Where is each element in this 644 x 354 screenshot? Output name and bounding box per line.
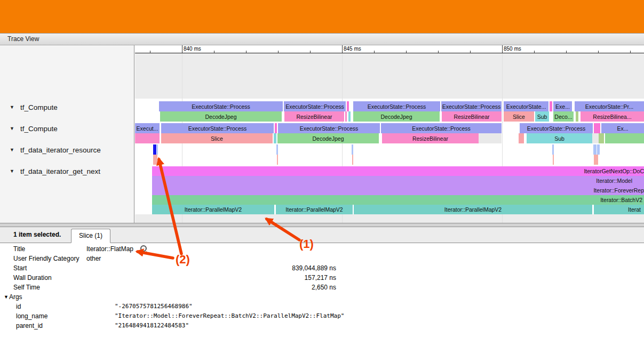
trace-slice[interactable]: ResizeBilinea...: [581, 111, 644, 122]
trace-slice[interactable]: DecodeJpeg: [277, 133, 379, 143]
trace-slice[interactable]: [153, 155, 157, 165]
trace-slice-label: ResizeBilinear: [454, 114, 489, 120]
field-label: Wall Duration: [13, 273, 52, 283]
trace-slice[interactable]: [157, 144, 158, 155]
collapse-arrow-icon[interactable]: [10, 102, 20, 113]
trace-slice[interactable]: [605, 133, 644, 143]
trace-slice[interactable]: Iterator::Model: [152, 176, 644, 186]
ruler-major-tick: 845 ms: [342, 45, 343, 53]
trace-slice-label: Sub: [554, 135, 565, 142]
trace-slice[interactable]: [599, 133, 604, 143]
trace-slice[interactable]: Iterator::ForeverRep: [152, 186, 644, 195]
trace-slice[interactable]: Deco...: [553, 111, 574, 122]
trace-slice[interactable]: [576, 111, 578, 122]
trace-slice[interactable]: ExecutorState::Pr...: [575, 101, 644, 111]
ruler-minor-tick: [278, 51, 279, 53]
tab-slice[interactable]: Slice (1): [71, 229, 110, 243]
trace-slice[interactable]: Iterator::BatchV2: [152, 195, 644, 205]
trace-slice[interactable]: ExecutorState::Process: [159, 101, 283, 111]
trace-slice[interactable]: ResizeBilinear: [442, 111, 502, 122]
trace-slice[interactable]: ExecutorState::Process: [284, 101, 346, 111]
ruler-minor-tick: [598, 51, 599, 53]
trace-body: tf_Compute tf_Compute tf_data_iterator_r…: [0, 45, 644, 223]
trace-slice[interactable]: ExecutorState::Process: [381, 123, 502, 133]
trace-slice[interactable]: [519, 133, 524, 143]
details-panel: 1 item selected. Slice (1) Title Iterato…: [0, 227, 644, 354]
trace-slice[interactable]: ExecutorState::Process: [161, 123, 274, 133]
trace-slice[interactable]: [135, 133, 160, 143]
trace-slice[interactable]: [594, 123, 600, 133]
ruler-minor-tick: [534, 51, 535, 53]
track-row-tf-data-iterator-resource[interactable]: tf_data_iterator_resource: [0, 144, 134, 155]
trace-slice-label: Iterator::Model: [596, 178, 632, 184]
trace-slice[interactable]: [345, 111, 347, 122]
detail-row-wall-duration: Wall Duration 157,217 ns: [0, 273, 644, 283]
collapse-arrow-icon[interactable]: [10, 123, 20, 134]
trace-slice[interactable]: ExecutorState::Process: [520, 123, 593, 133]
field-value: 839,044,889 ns: [160, 263, 336, 273]
trace-slice[interactable]: [348, 111, 351, 122]
ruler-minor-tick: [406, 51, 407, 53]
trace-slice[interactable]: Slice: [504, 111, 534, 122]
trace-slice[interactable]: IteratorGetNextOp::DoC: [152, 166, 644, 176]
detail-row-start: Start 839,044,889 ns: [0, 263, 644, 273]
trace-slice[interactable]: ExecutorState::Process: [441, 101, 502, 111]
track-row-tf-data-iterator-get-next[interactable]: tf_data_iterator_get_next: [0, 166, 134, 176]
trace-slice[interactable]: DecodeJpeg: [353, 111, 440, 122]
trace-slice[interactable]: ExecutorState...: [504, 101, 548, 111]
ruler-minor-tick: [470, 51, 471, 53]
collapse-arrow-icon[interactable]: [10, 166, 20, 177]
field-label: Self Time: [13, 283, 40, 292]
trace-slice[interactable]: [593, 144, 597, 155]
trace-slice[interactable]: [592, 133, 599, 143]
trace-slice[interactable]: Ex...: [601, 123, 644, 133]
track-row-tf-compute-1[interactable]: tf_Compute: [0, 102, 134, 112]
trace-slice-label: ExecutorState::Process: [368, 103, 426, 110]
field-value: other: [86, 254, 101, 263]
collapse-arrow-icon[interactable]: [10, 144, 20, 156]
ruler-minor-tick: [566, 51, 567, 53]
trace-slice[interactable]: [352, 144, 353, 155]
magnifier-icon[interactable]: [140, 245, 148, 253]
trace-slice-label: Execut...: [137, 125, 158, 132]
trace-slice[interactable]: [275, 123, 277, 133]
trace-slice[interactable]: ResizeBilinear: [382, 133, 479, 143]
field-label: Title: [13, 244, 25, 254]
trace-slice[interactable]: [550, 101, 552, 111]
trace-slice-label: DecodeJpeg: [205, 114, 237, 120]
track-row-tf-compute-2[interactable]: tf_Compute: [0, 123, 134, 134]
trace-slice[interactable]: [352, 155, 353, 165]
trace-slice[interactable]: Sub: [535, 111, 549, 122]
trace-slice-label: Iterator::BatchV2: [600, 197, 642, 203]
args-section-header[interactable]: Args: [0, 292, 644, 302]
trace-slice[interactable]: [479, 133, 502, 143]
trace-slice[interactable]: [274, 133, 276, 143]
timeline-canvas[interactable]: ExecutorState::ProcessExecutorState::Pro…: [135, 53, 644, 223]
trace-slice[interactable]: ExecutorState::Process: [353, 101, 440, 111]
trace-slice[interactable]: Slice: [161, 133, 273, 143]
trace-slice[interactable]: Iterator::ParallelMapV2: [354, 205, 592, 214]
trace-slice[interactable]: Iterator::ParallelMapV2: [152, 205, 274, 214]
trace-slice-label: Slice: [513, 114, 525, 120]
trace-slice[interactable]: [553, 155, 554, 165]
trace-slice[interactable]: [347, 101, 349, 111]
trace-slice[interactable]: Execut...: [135, 123, 160, 133]
trace-slice[interactable]: [153, 144, 156, 155]
trace-slice[interactable]: [597, 144, 600, 155]
detail-row-self-time: Self Time 2,650 ns: [0, 283, 644, 292]
trace-slice-label: Iterat: [628, 206, 641, 213]
timeline-ruler[interactable]: 840 ms845 ms850 ms: [135, 45, 644, 53]
trace-slice[interactable]: [594, 155, 598, 165]
trace-slice[interactable]: Iterat: [594, 205, 644, 214]
trace-slice[interactable]: DecodeJpeg: [160, 111, 282, 122]
trace-slice[interactable]: [277, 155, 278, 165]
panel-splitter[interactable]: [0, 223, 644, 227]
trace-slice[interactable]: [276, 144, 278, 155]
trace-slice[interactable]: ExecutorState::Process: [278, 123, 380, 133]
trace-slice[interactable]: Exe...: [553, 101, 572, 111]
trace-slice[interactable]: [552, 144, 554, 155]
trace-slice[interactable]: Sub: [527, 133, 592, 143]
trace-slice[interactable]: ResizeBilinear: [284, 111, 344, 122]
track-label: tf_Compute: [20, 125, 58, 133]
trace-slice[interactable]: Iterator::ParallelMapV2: [276, 205, 353, 214]
